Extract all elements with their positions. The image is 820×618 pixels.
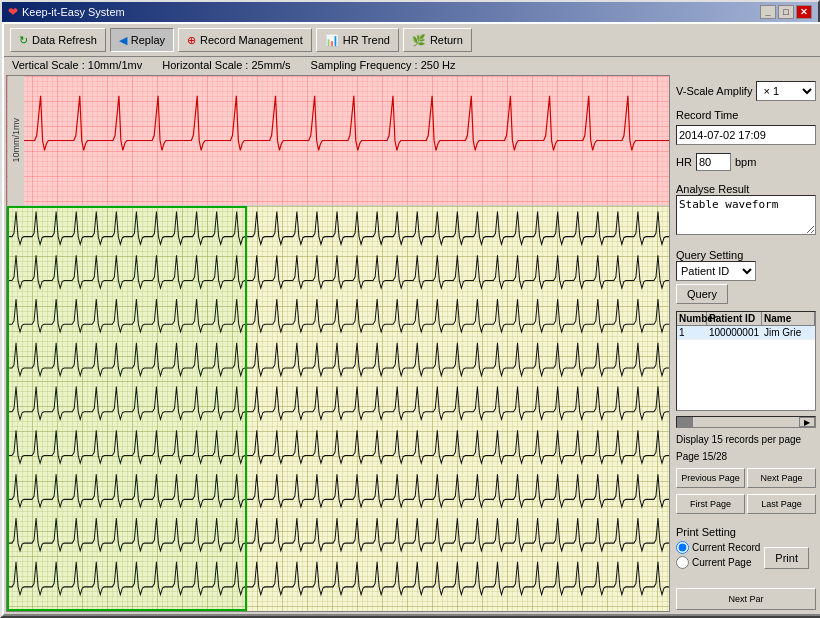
data-refresh-button[interactable]: ↻ Data Refresh	[10, 28, 106, 52]
current-page-label: Current Page	[692, 557, 751, 568]
print-options: Current Record Current Page	[676, 541, 760, 569]
display-info: Display 15 records per page	[676, 434, 816, 445]
query-button[interactable]: Query	[676, 284, 728, 304]
current-record-label: Current Record	[692, 542, 760, 553]
replay-icon: ◀	[119, 34, 127, 47]
analyse-result	[676, 195, 816, 235]
scroll-thumb	[677, 417, 693, 427]
ecg-waveform-main	[7, 206, 669, 611]
current-record-radio[interactable]	[676, 541, 689, 554]
record-time-label: Record Time	[676, 109, 738, 121]
print-button[interactable]: Print	[764, 547, 809, 569]
ecg-strip-main	[7, 206, 669, 611]
return-button[interactable]: 🌿 Return	[403, 28, 472, 52]
table-scrollbar[interactable]: ▶	[676, 416, 816, 428]
scale-bar: Vertical Scale : 10mm/1mv Horizontal Sca…	[4, 57, 820, 73]
patient-table: Number Patient ID Name 1 100000001 Jim G…	[676, 311, 816, 411]
ecg-scale-label: 10mm/1mv	[11, 118, 21, 163]
table-row[interactable]: 1 100000001 Jim Grie	[677, 326, 815, 340]
hr-input[interactable]	[696, 153, 731, 171]
maximize-button[interactable]: □	[778, 5, 794, 19]
record-time-input[interactable]	[676, 125, 816, 145]
vertical-scale: Vertical Scale : 10mm/1mv	[12, 59, 142, 71]
return-icon: 🌿	[412, 34, 426, 47]
prev-page-button[interactable]: Previous Page	[676, 468, 745, 488]
analyse-label: Analyse Result	[676, 183, 816, 195]
ecg-panel: 10mm/1mv	[6, 75, 670, 612]
close-button[interactable]: ✕	[796, 5, 812, 19]
record-icon: ⊕	[187, 34, 196, 47]
next-page-button[interactable]: Next Page	[747, 468, 816, 488]
current-page-radio[interactable]	[676, 556, 689, 569]
col-number: Number	[677, 312, 707, 325]
vscale-select[interactable]: × 1 × 2 × 0.5	[756, 81, 816, 101]
hr-trend-button[interactable]: 📊 HR Trend	[316, 28, 399, 52]
query-label: Query Setting	[676, 249, 816, 261]
trend-icon: 📊	[325, 34, 339, 47]
record-management-button[interactable]: ⊕ Record Management	[178, 28, 312, 52]
page-info: Page 15/28	[676, 451, 816, 462]
ecg-strip-top: 10mm/1mv	[7, 76, 669, 206]
last-page-button[interactable]: Last Page	[747, 494, 816, 514]
col-patient-id: Patient ID	[707, 312, 762, 325]
minimize-button[interactable]: _	[760, 5, 776, 19]
first-page-button[interactable]: First Page	[676, 494, 745, 514]
toolbar: ↻ Data Refresh ◀ Replay ⊕ Record Managem…	[4, 24, 820, 57]
col-name: Name	[762, 312, 815, 325]
sampling-freq: Sampling Frequency : 250 Hz	[311, 59, 456, 71]
window-title: Keep-it-Easy System	[22, 6, 125, 18]
horizontal-scale: Horizontal Scale : 25mm/s	[162, 59, 290, 71]
vscale-label: V-Scale Amplify	[676, 85, 752, 97]
hr-unit: bpm	[735, 156, 756, 168]
print-label: Print Setting	[676, 526, 816, 538]
title-bar: ❤ Keep-it-Easy System _ □ ✕	[2, 2, 818, 22]
query-select[interactable]: Patient ID Name	[676, 261, 756, 281]
hr-label: HR	[676, 156, 692, 168]
data-replay-button[interactable]: ◀ Replay	[110, 28, 174, 52]
scroll-right-arrow[interactable]: ▶	[799, 417, 815, 427]
ecg-waveform-top	[23, 76, 669, 205]
next-par-button[interactable]: Next Par	[676, 588, 816, 610]
refresh-icon: ↻	[19, 34, 28, 47]
right-panel: V-Scale Amplify × 1 × 2 × 0.5 Record Tim…	[672, 73, 820, 614]
